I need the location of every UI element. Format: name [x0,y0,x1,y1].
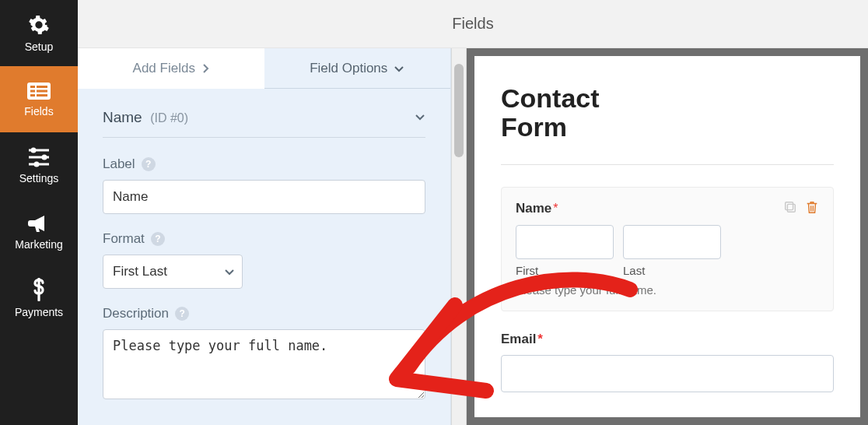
sidebar-item-fields[interactable]: Fields [0,66,78,132]
section-header[interactable]: Name (ID #0) [103,104,425,138]
copy-icon [783,200,797,214]
svg-rect-13 [787,204,795,212]
chevron-down-icon [394,65,404,72]
sidebar-item-label: Settings [19,172,59,184]
chevron-right-icon [201,63,209,74]
format-caption: Format [103,231,145,247]
format-select[interactable] [103,255,243,289]
last-name-input[interactable] [623,225,721,259]
svg-rect-1 [30,86,35,88]
sidebar-item-marketing[interactable]: Marketing [0,198,78,265]
tab-field-options[interactable]: Field Options [264,48,451,89]
label-input[interactable] [103,180,425,214]
tab-add-fields[interactable]: Add Fields [78,48,264,89]
label-caption: Label [103,156,135,172]
sidebar-item-label: Fields [24,105,53,118]
svg-point-11 [42,154,47,160]
preview-name-field[interactable]: Name * [501,187,834,311]
sublabel-last: Last [623,264,721,277]
form-preview-card: Contact Form Name * [474,56,860,417]
sidebar-item-label: Payments [15,306,63,318]
sliders-icon [27,147,51,167]
form-title: Contact Form [501,84,834,142]
gear-icon [28,14,50,36]
description-input[interactable] [103,329,425,399]
tab-label: Field Options [310,61,387,76]
sidebar-item-label: Marketing [15,238,62,251]
field-label: Email [501,332,536,346]
dollar-icon [31,278,47,301]
trash-icon [805,200,819,214]
svg-rect-14 [786,202,793,209]
email-input[interactable] [501,355,834,392]
scrollbar[interactable] [451,48,467,425]
help-icon[interactable]: ? [142,157,156,171]
field-label: Name [516,201,551,216]
required-asterisk: * [537,332,543,346]
section-title: Name [103,109,142,125]
svg-rect-6 [37,94,47,97]
svg-point-12 [34,161,40,167]
section-id: (ID #0) [150,111,188,125]
delete-button[interactable] [805,200,819,217]
help-icon[interactable]: ? [175,307,189,321]
sidebar: Setup Fields Settings Marketing Payments [0,0,78,425]
field-description: Please type your full name. [516,283,819,297]
preview-email-field[interactable]: Email* [501,332,834,392]
svg-point-10 [31,147,37,153]
required-asterisk: * [553,202,558,216]
sidebar-item-settings[interactable]: Settings [0,132,78,198]
description-caption: Description [103,306,169,321]
topbar: Fields [78,0,868,48]
page-title: Fields [452,15,493,33]
svg-rect-5 [37,90,47,92]
svg-rect-3 [30,94,35,97]
first-name-input[interactable] [516,225,614,259]
sidebar-item-payments[interactable]: Payments [0,265,78,331]
svg-rect-4 [37,86,47,88]
tab-label: Add Fields [133,61,195,76]
divider [501,164,834,165]
preview-pane: Contact Form Name * [467,48,868,425]
bullhorn-icon [27,213,51,234]
form-icon [26,82,51,100]
sidebar-item-setup[interactable]: Setup [0,0,78,66]
options-panel: Add Fields Field Options Name (ID #0) [78,48,451,425]
help-icon[interactable]: ? [151,232,165,246]
sidebar-item-label: Setup [25,40,54,53]
duplicate-button[interactable] [783,200,797,217]
sublabel-first: First [516,264,614,277]
svg-rect-2 [30,90,35,92]
chevron-down-icon [415,111,425,122]
